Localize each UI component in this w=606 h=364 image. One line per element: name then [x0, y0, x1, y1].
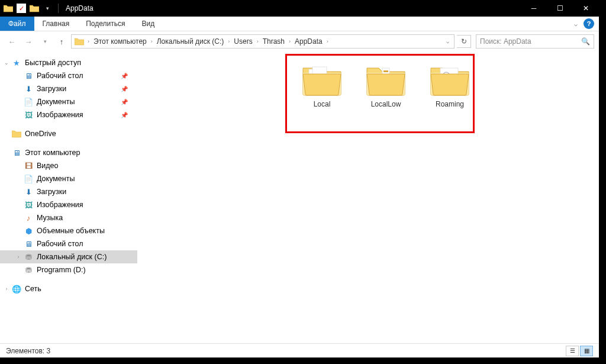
downloads-icon: ⬇	[24, 84, 33, 94]
properties-icon[interactable]: ✓	[17, 4, 26, 13]
refresh-button[interactable]: ↻	[457, 35, 471, 48]
breadcrumb-item[interactable]: Этот компьютер	[92, 37, 148, 46]
nav-videos[interactable]: 🎞Видео	[0, 159, 137, 172]
nav-label: Документы	[37, 175, 75, 183]
folder-name: Roaming	[436, 100, 464, 108]
folder-icon	[302, 63, 342, 96]
nav-pictures-2[interactable]: 🖼Изображения	[0, 198, 137, 211]
tab-home[interactable]: Главная	[34, 17, 78, 31]
nav-documents[interactable]: 📄Документы📌	[0, 95, 137, 108]
downloads-icon: ⬇	[24, 187, 33, 197]
folder-item[interactable]: Local	[297, 63, 347, 108]
music-icon: ♪	[24, 213, 33, 223]
view-icons-button[interactable]: ▦	[580, 346, 593, 356]
nav-label: Музыка	[37, 214, 63, 222]
nav-label: Загрузки	[37, 188, 66, 196]
view-details-button[interactable]: ☰	[566, 346, 579, 356]
nav-label: Сеть	[25, 285, 41, 293]
nav-label: Этот компьютер	[25, 149, 80, 157]
title-bar: ✓ ▾ AppData ─ ☐ ✕	[0, 0, 599, 17]
chevron-right-icon[interactable]: ›	[287, 38, 292, 44]
drive-icon: ⛃	[24, 265, 33, 275]
navigation-pane: ⌄ ★ Быстрый доступ 🖥Рабочий стол📌 ⬇Загру…	[0, 51, 137, 343]
nav-downloads[interactable]: ⬇Загрузки📌	[0, 82, 137, 95]
documents-icon: 📄	[24, 174, 33, 183]
maximize-button[interactable]: ☐	[547, 0, 573, 17]
folder-item[interactable]: LocalLow	[361, 63, 411, 108]
nav-label: Быстрый доступ	[25, 59, 81, 67]
folder-icon	[430, 63, 470, 96]
pin-icon: 📌	[121, 112, 128, 118]
breadcrumb-item[interactable]: Thrash	[262, 37, 286, 46]
folder-item[interactable]: Roaming	[425, 63, 475, 108]
breadcrumb-item[interactable]: Локальный диск (C:)	[156, 37, 225, 46]
3d-icon: ⬢	[24, 226, 33, 236]
svg-rect-3	[383, 70, 388, 72]
address-row: ← → ▾ ↑ › Этот компьютер › Локальный дис…	[0, 31, 599, 51]
ribbon-expand-icon[interactable]: ⌵	[574, 21, 578, 27]
expand-icon[interactable]: ›	[4, 286, 9, 292]
chevron-right-icon[interactable]: ›	[149, 38, 154, 44]
pin-icon: 📌	[121, 73, 128, 79]
qat-dropdown-icon[interactable]: ▾	[43, 4, 52, 13]
star-icon: ★	[12, 58, 21, 67]
nav-network[interactable]: ›🌐Сеть	[0, 282, 137, 295]
back-button[interactable]: ←	[5, 34, 19, 49]
nav-label: OneDrive	[25, 130, 56, 138]
nav-label: Видео	[37, 162, 59, 170]
tab-view[interactable]: Вид	[133, 17, 163, 31]
nav-label: Изображения	[37, 111, 83, 119]
status-bar: Элементов: 3 ☰ ▦	[0, 343, 599, 357]
nav-drive-d[interactable]: ⛃Programm (D:)	[0, 263, 137, 276]
explorer-window: ✓ ▾ AppData ─ ☐ ✕ Файл Главная Поделитьс…	[0, 0, 599, 357]
search-icon: 🔍	[581, 37, 590, 46]
nav-label: Загрузки	[37, 85, 66, 93]
nav-3d[interactable]: ⬢Объемные объекты	[0, 224, 137, 237]
help-button[interactable]: ?	[584, 18, 594, 29]
tab-file[interactable]: Файл	[0, 17, 34, 31]
nav-downloads-2[interactable]: ⬇Загрузки	[0, 185, 137, 198]
nav-onedrive[interactable]: OneDrive	[0, 127, 137, 140]
nav-this-pc[interactable]: 🖥Этот компьютер	[0, 146, 137, 159]
forward-button[interactable]: →	[21, 34, 36, 49]
minimize-button[interactable]: ─	[521, 0, 547, 17]
search-input[interactable]: Поиск: AppData 🔍	[476, 34, 594, 49]
expand-icon[interactable]: ⌄	[4, 60, 9, 66]
chevron-right-icon[interactable]: ›	[86, 38, 91, 44]
up-button[interactable]: ↑	[54, 34, 69, 49]
folder-icon	[74, 36, 85, 47]
pictures-icon: 🖼	[24, 110, 33, 120]
content-pane[interactable]: Local LocalLow Roaming	[137, 51, 599, 343]
folder-icon-2	[30, 4, 39, 13]
nav-desktop-2[interactable]: 🖥Рабочий стол	[0, 237, 137, 250]
pc-icon: 🖥	[12, 148, 21, 157]
ribbon: Файл Главная Поделиться Вид ⌵ ?	[0, 17, 599, 31]
address-dropdown-icon[interactable]: ⌵	[444, 38, 452, 44]
address-bar[interactable]: › Этот компьютер › Локальный диск (C:) ›…	[71, 34, 454, 49]
nav-desktop[interactable]: 🖥Рабочий стол📌	[0, 69, 137, 82]
nav-quick-access[interactable]: ⌄ ★ Быстрый доступ	[0, 56, 137, 69]
search-placeholder: Поиск: AppData	[480, 37, 531, 46]
chevron-right-icon[interactable]: ›	[226, 38, 231, 44]
status-text: Элементов: 3	[6, 347, 50, 355]
expand-icon[interactable]: ›	[15, 254, 21, 260]
nav-label: Programm (D:)	[37, 266, 86, 274]
chevron-right-icon[interactable]: ›	[325, 38, 330, 44]
window-title: AppData	[61, 4, 94, 12]
breadcrumb-item[interactable]: AppData	[294, 37, 324, 46]
nav-label: Изображения	[37, 201, 83, 209]
folder-name: Local	[314, 100, 331, 108]
close-button[interactable]: ✕	[573, 0, 599, 17]
nav-label: Рабочий стол	[37, 240, 83, 248]
desktop-icon: 🖥	[24, 71, 33, 80]
nav-pictures[interactable]: 🖼Изображения📌	[0, 108, 137, 121]
breadcrumb-item[interactable]: Users	[233, 37, 253, 46]
nav-drive-c[interactable]: ›⛃Локальный диск (C:)	[0, 250, 137, 263]
recent-dropdown[interactable]: ▾	[38, 34, 52, 49]
nav-music[interactable]: ♪Музыка	[0, 211, 137, 224]
nav-label: Объемные объекты	[37, 227, 105, 235]
chevron-right-icon[interactable]: ›	[255, 38, 260, 44]
network-icon: 🌐	[12, 284, 21, 294]
tab-share[interactable]: Поделиться	[78, 17, 133, 31]
nav-documents-2[interactable]: 📄Документы	[0, 172, 137, 185]
